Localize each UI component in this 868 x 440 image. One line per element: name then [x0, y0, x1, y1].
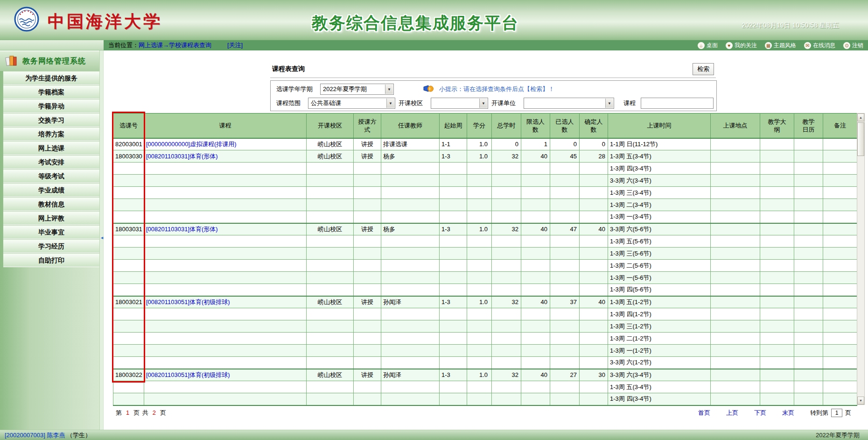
- user-code-link[interactable]: [20020007003]: [5, 432, 45, 439]
- cell: 1-3周 二(1-2节): [608, 333, 711, 345]
- breadcrumb-link-online-course[interactable]: 网上选课: [139, 42, 163, 49]
- course-label: 课程: [623, 98, 636, 109]
- pager-link[interactable]: 下页: [754, 408, 766, 418]
- page-word: 第: [116, 409, 122, 416]
- quick-link-theme[interactable]: ▦主题风格: [765, 42, 796, 50]
- cell: 1-3周 四(3-4节): [608, 393, 711, 405]
- cell: [823, 199, 857, 211]
- cell: [113, 284, 144, 296]
- cell: [113, 235, 144, 248]
- table-row: 3-3周 六(3-4节): [113, 175, 857, 187]
- course-link[interactable]: [008201103031]体育(形体): [146, 153, 218, 160]
- table-body: 82003001[000000000000]虚拟课程(排课用)崂山校区讲授排课选…: [113, 138, 857, 405]
- cell: 1-3: [440, 223, 467, 235]
- cell: [580, 272, 608, 284]
- cell: [113, 260, 144, 272]
- cell: [550, 163, 580, 175]
- sidebar-menu: 为学生提供的服务 学籍档案学籍异动交换学习培养方案网上选课考试安排等级考试学业成…: [0, 71, 99, 267]
- sidebar-collapse-handle[interactable]: ◄: [99, 50, 104, 430]
- cell: [550, 284, 580, 296]
- breadcrumb-prefix: 当前位置：: [108, 42, 139, 49]
- logout-icon: ⊙: [843, 42, 850, 49]
- campus-select[interactable]: ▼: [431, 98, 488, 109]
- column-header: 限选人数: [521, 114, 550, 138]
- cell: [521, 393, 550, 405]
- cell: [794, 175, 823, 187]
- cell: [467, 175, 492, 187]
- cell: [711, 235, 760, 248]
- sidebar-item[interactable]: 培养方案: [3, 127, 99, 141]
- sidebar-item[interactable]: 网上选课: [3, 141, 99, 155]
- cell: 40: [580, 296, 608, 308]
- unit-select[interactable]: ▼: [524, 98, 614, 109]
- course-link[interactable]: [008201103031]体育(形体): [146, 226, 218, 233]
- course-link[interactable]: [008201103051]体育(初级排球): [146, 371, 230, 378]
- cell: 32: [492, 296, 521, 308]
- scroll-up-icon[interactable]: ▲: [857, 114, 864, 121]
- sidebar-item[interactable]: 自助打印: [3, 253, 99, 267]
- course-link[interactable]: [008201103051]体育(初级排球): [146, 298, 230, 305]
- search-hint: 小提示：请在选择查询条件后点【检索】！: [439, 84, 554, 95]
- follow-link[interactable]: [关注]: [227, 42, 243, 49]
- cell: [440, 272, 467, 284]
- cell: [144, 199, 307, 211]
- page-word: 页: [160, 409, 167, 416]
- course-input[interactable]: [641, 98, 714, 109]
- sidebar-item[interactable]: 学籍异动: [3, 99, 99, 113]
- cell: [354, 357, 381, 369]
- cell: [113, 333, 144, 345]
- scroll-down-icon[interactable]: ▼: [857, 397, 864, 405]
- breadcrumb-link-timetable-query[interactable]: 学校课程表查询: [169, 42, 211, 49]
- sidebar-item[interactable]: 考试安排: [3, 155, 99, 169]
- cell: 32: [492, 369, 521, 381]
- cell: [354, 393, 381, 405]
- cell: 47: [550, 223, 580, 235]
- quick-link-heart[interactable]: ♥我的关注: [726, 42, 757, 50]
- search-button[interactable]: 检索: [693, 63, 714, 75]
- term-select[interactable]: 2022年夏季学期 ▼: [320, 84, 394, 95]
- sidebar-header: 教务网络管理系统: [0, 51, 99, 71]
- sidebar-item[interactable]: 学业成绩: [3, 183, 99, 197]
- scope-select[interactable]: 公共基础课 ▼: [308, 98, 395, 109]
- table-row: 1-3周 一(3-4节): [113, 211, 857, 223]
- pager-link[interactable]: 末页: [782, 408, 794, 418]
- user-name-link[interactable]: 陈李燕: [47, 432, 65, 439]
- cell: [307, 333, 354, 345]
- cell: 1.0: [467, 223, 492, 235]
- table-row: 1-3周 二(3-4节): [113, 199, 857, 211]
- sidebar-item[interactable]: 学籍档案: [3, 85, 99, 99]
- sidebar-item[interactable]: 网上评教: [3, 211, 99, 225]
- sidebar-item[interactable]: 等级考试: [3, 169, 99, 183]
- cell: [008201103051]体育(初级排球): [144, 296, 307, 308]
- pager-link[interactable]: 上页: [726, 408, 738, 418]
- goto-page-input[interactable]: [831, 409, 842, 417]
- cell: [354, 163, 381, 175]
- cell: [760, 284, 794, 296]
- cell: [113, 187, 144, 199]
- cell: [492, 357, 521, 369]
- table-scrollbar[interactable]: ▲ ▼: [857, 113, 865, 405]
- cell: 1-1: [440, 138, 467, 150]
- cell: [711, 345, 760, 357]
- sidebar-item[interactable]: 交换学习: [3, 113, 99, 127]
- sidebar-item[interactable]: 毕业事宜: [3, 225, 99, 239]
- course-link[interactable]: [000000000000]虚拟课程(排课用): [146, 141, 237, 148]
- cell: [580, 333, 608, 345]
- pager-link[interactable]: 首页: [698, 408, 710, 418]
- quick-link-logout[interactable]: ⊙注销: [843, 42, 863, 50]
- quick-link-message[interactable]: ✉在线消息: [804, 42, 835, 50]
- sidebar-item[interactable]: 教材信息: [3, 197, 99, 211]
- cell: [440, 284, 467, 296]
- sidebar-item[interactable]: 学习经历: [3, 239, 99, 253]
- quick-link-desktop[interactable]: ⌂桌面: [698, 42, 718, 50]
- cell: 1-3周 五(5-6节): [608, 235, 711, 248]
- campus-label: 开课校区: [399, 98, 423, 109]
- cell: 1-3: [440, 296, 467, 308]
- cell: [760, 150, 794, 163]
- cell: 40: [521, 223, 550, 235]
- quick-link-label: 注销: [852, 42, 863, 50]
- cell: [521, 175, 550, 187]
- platform-title: 教务综合信息集成服务平台: [289, 12, 541, 34]
- scrollbar-thumb[interactable]: [857, 122, 864, 156]
- table-row: 1-3周 一(1-2节): [113, 345, 857, 357]
